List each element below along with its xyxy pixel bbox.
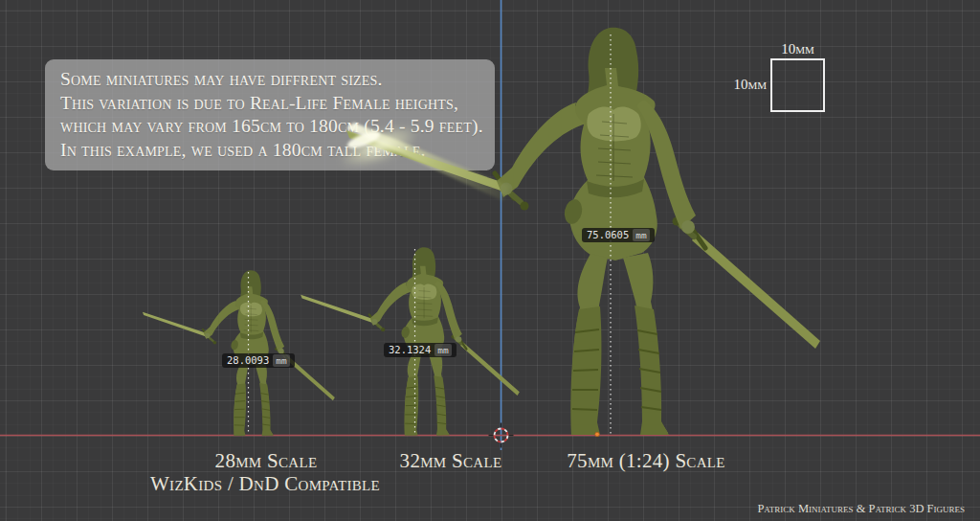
miniature-32mm-figure[interactable] bbox=[301, 247, 520, 435]
measurement-value: 75.0605 bbox=[587, 229, 629, 241]
credit-text: Patrick Miniatures & Patrick 3D Figures bbox=[757, 502, 965, 516]
scale-label-32mm: 32mm Scale bbox=[400, 449, 502, 473]
measurement-unit: mm bbox=[633, 229, 649, 241]
object-origin-dot bbox=[595, 432, 600, 437]
measurement-unit: mm bbox=[273, 354, 289, 367]
scale-label-75mm: 75mm (1:24) Scale bbox=[567, 449, 724, 473]
scale-label-28mm: 28mm Scale bbox=[215, 449, 318, 473]
measurement-unit: mm bbox=[434, 344, 451, 356]
measurement-value: 28.0093 bbox=[227, 354, 269, 367]
reference-square-side-label: 10mm bbox=[690, 77, 767, 93]
measurement-label-32mm: 32.1324mm bbox=[384, 343, 457, 357]
measurement-value: 32.1324 bbox=[389, 344, 431, 356]
3d-viewport[interactable]: Some miniatures may have diffrent sizes.… bbox=[0, 0, 980, 521]
scene-canvas bbox=[0, 0, 980, 521]
reference-square-top-label: 10mm bbox=[770, 41, 825, 57]
sword-glow-effect bbox=[334, 117, 509, 201]
measurement-label-28mm: 28.0093mm bbox=[222, 353, 295, 368]
measurement-label-75mm: 75.0605mm bbox=[582, 228, 655, 242]
reference-square bbox=[770, 58, 825, 112]
scale-label-28mm-subtitle: WizKids / DnD Compatible bbox=[150, 472, 380, 496]
